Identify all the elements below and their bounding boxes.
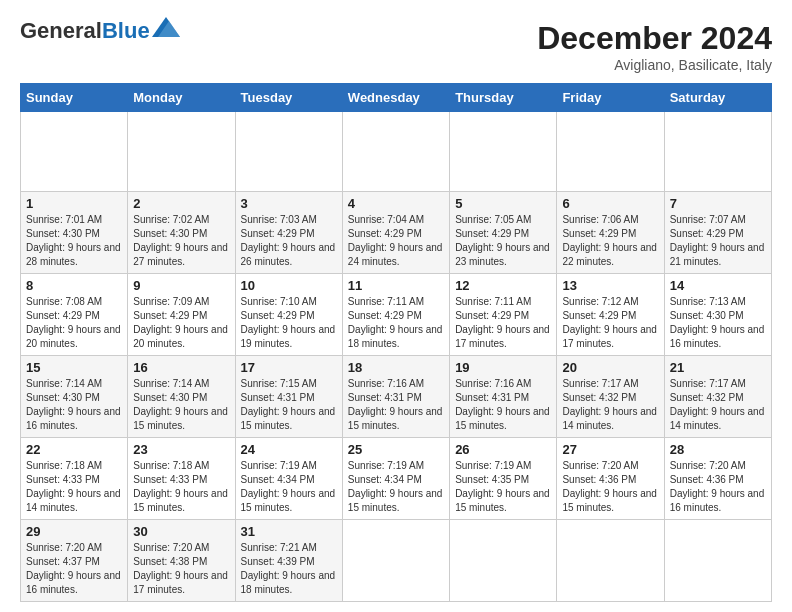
day-info: Sunrise: 7:16 AMSunset: 4:31 PMDaylight:… bbox=[348, 377, 444, 433]
calendar-cell bbox=[557, 112, 664, 192]
calendar-cell: 2Sunrise: 7:02 AMSunset: 4:30 PMDaylight… bbox=[128, 192, 235, 274]
day-info: Sunrise: 7:06 AMSunset: 4:29 PMDaylight:… bbox=[562, 213, 658, 269]
calendar-cell: 4Sunrise: 7:04 AMSunset: 4:29 PMDaylight… bbox=[342, 192, 449, 274]
day-number: 28 bbox=[670, 442, 766, 457]
weekday-header-tuesday: Tuesday bbox=[235, 84, 342, 112]
day-info: Sunrise: 7:01 AMSunset: 4:30 PMDaylight:… bbox=[26, 213, 122, 269]
day-info: Sunrise: 7:18 AMSunset: 4:33 PMDaylight:… bbox=[133, 459, 229, 515]
day-number: 8 bbox=[26, 278, 122, 293]
day-number: 18 bbox=[348, 360, 444, 375]
day-info: Sunrise: 7:19 AMSunset: 4:35 PMDaylight:… bbox=[455, 459, 551, 515]
day-number: 15 bbox=[26, 360, 122, 375]
day-number: 24 bbox=[241, 442, 337, 457]
day-number: 17 bbox=[241, 360, 337, 375]
logo-text: GeneralBlue bbox=[20, 20, 150, 42]
weekday-header-monday: Monday bbox=[128, 84, 235, 112]
calendar-table: SundayMondayTuesdayWednesdayThursdayFrid… bbox=[20, 83, 772, 602]
day-info: Sunrise: 7:16 AMSunset: 4:31 PMDaylight:… bbox=[455, 377, 551, 433]
month-title: December 2024 bbox=[537, 20, 772, 57]
day-number: 9 bbox=[133, 278, 229, 293]
calendar-cell bbox=[21, 112, 128, 192]
day-info: Sunrise: 7:11 AMSunset: 4:29 PMDaylight:… bbox=[348, 295, 444, 351]
day-number: 12 bbox=[455, 278, 551, 293]
weekday-header-row: SundayMondayTuesdayWednesdayThursdayFrid… bbox=[21, 84, 772, 112]
week-row-6: 29Sunrise: 7:20 AMSunset: 4:37 PMDayligh… bbox=[21, 520, 772, 602]
calendar-cell: 26Sunrise: 7:19 AMSunset: 4:35 PMDayligh… bbox=[450, 438, 557, 520]
calendar-cell: 6Sunrise: 7:06 AMSunset: 4:29 PMDaylight… bbox=[557, 192, 664, 274]
calendar-cell: 3Sunrise: 7:03 AMSunset: 4:29 PMDaylight… bbox=[235, 192, 342, 274]
day-number: 14 bbox=[670, 278, 766, 293]
day-number: 11 bbox=[348, 278, 444, 293]
calendar-cell: 27Sunrise: 7:20 AMSunset: 4:36 PMDayligh… bbox=[557, 438, 664, 520]
calendar-cell bbox=[342, 112, 449, 192]
week-row-4: 15Sunrise: 7:14 AMSunset: 4:30 PMDayligh… bbox=[21, 356, 772, 438]
day-info: Sunrise: 7:11 AMSunset: 4:29 PMDaylight:… bbox=[455, 295, 551, 351]
day-info: Sunrise: 7:08 AMSunset: 4:29 PMDaylight:… bbox=[26, 295, 122, 351]
calendar-cell: 20Sunrise: 7:17 AMSunset: 4:32 PMDayligh… bbox=[557, 356, 664, 438]
calendar-cell: 8Sunrise: 7:08 AMSunset: 4:29 PMDaylight… bbox=[21, 274, 128, 356]
weekday-header-sunday: Sunday bbox=[21, 84, 128, 112]
day-number: 25 bbox=[348, 442, 444, 457]
day-number: 20 bbox=[562, 360, 658, 375]
day-number: 13 bbox=[562, 278, 658, 293]
calendar-cell: 16Sunrise: 7:14 AMSunset: 4:30 PMDayligh… bbox=[128, 356, 235, 438]
logo-icon bbox=[152, 17, 180, 37]
week-row-3: 8Sunrise: 7:08 AMSunset: 4:29 PMDaylight… bbox=[21, 274, 772, 356]
week-row-5: 22Sunrise: 7:18 AMSunset: 4:33 PMDayligh… bbox=[21, 438, 772, 520]
calendar-cell: 14Sunrise: 7:13 AMSunset: 4:30 PMDayligh… bbox=[664, 274, 771, 356]
day-info: Sunrise: 7:17 AMSunset: 4:32 PMDaylight:… bbox=[562, 377, 658, 433]
day-info: Sunrise: 7:14 AMSunset: 4:30 PMDaylight:… bbox=[26, 377, 122, 433]
calendar-cell bbox=[235, 112, 342, 192]
calendar-cell bbox=[557, 520, 664, 602]
day-number: 21 bbox=[670, 360, 766, 375]
day-info: Sunrise: 7:19 AMSunset: 4:34 PMDaylight:… bbox=[348, 459, 444, 515]
day-info: Sunrise: 7:12 AMSunset: 4:29 PMDaylight:… bbox=[562, 295, 658, 351]
location-subtitle: Avigliano, Basilicate, Italy bbox=[537, 57, 772, 73]
day-info: Sunrise: 7:15 AMSunset: 4:31 PMDaylight:… bbox=[241, 377, 337, 433]
calendar-cell: 17Sunrise: 7:15 AMSunset: 4:31 PMDayligh… bbox=[235, 356, 342, 438]
day-info: Sunrise: 7:20 AMSunset: 4:36 PMDaylight:… bbox=[670, 459, 766, 515]
day-number: 26 bbox=[455, 442, 551, 457]
day-info: Sunrise: 7:20 AMSunset: 4:36 PMDaylight:… bbox=[562, 459, 658, 515]
day-info: Sunrise: 7:20 AMSunset: 4:38 PMDaylight:… bbox=[133, 541, 229, 597]
calendar-cell: 15Sunrise: 7:14 AMSunset: 4:30 PMDayligh… bbox=[21, 356, 128, 438]
day-info: Sunrise: 7:05 AMSunset: 4:29 PMDaylight:… bbox=[455, 213, 551, 269]
day-info: Sunrise: 7:07 AMSunset: 4:29 PMDaylight:… bbox=[670, 213, 766, 269]
calendar-cell: 12Sunrise: 7:11 AMSunset: 4:29 PMDayligh… bbox=[450, 274, 557, 356]
calendar-cell: 31Sunrise: 7:21 AMSunset: 4:39 PMDayligh… bbox=[235, 520, 342, 602]
calendar-cell: 22Sunrise: 7:18 AMSunset: 4:33 PMDayligh… bbox=[21, 438, 128, 520]
calendar-cell: 9Sunrise: 7:09 AMSunset: 4:29 PMDaylight… bbox=[128, 274, 235, 356]
title-section: December 2024 Avigliano, Basilicate, Ita… bbox=[537, 20, 772, 73]
day-number: 4 bbox=[348, 196, 444, 211]
day-number: 29 bbox=[26, 524, 122, 539]
weekday-header-wednesday: Wednesday bbox=[342, 84, 449, 112]
day-number: 22 bbox=[26, 442, 122, 457]
day-info: Sunrise: 7:20 AMSunset: 4:37 PMDaylight:… bbox=[26, 541, 122, 597]
logo: GeneralBlue bbox=[20, 20, 180, 42]
page-header: GeneralBlue December 2024 Avigliano, Bas… bbox=[20, 20, 772, 73]
day-number: 6 bbox=[562, 196, 658, 211]
day-number: 16 bbox=[133, 360, 229, 375]
calendar-cell bbox=[450, 520, 557, 602]
calendar-cell: 11Sunrise: 7:11 AMSunset: 4:29 PMDayligh… bbox=[342, 274, 449, 356]
calendar-cell bbox=[664, 520, 771, 602]
weekday-header-thursday: Thursday bbox=[450, 84, 557, 112]
weekday-header-saturday: Saturday bbox=[664, 84, 771, 112]
day-number: 3 bbox=[241, 196, 337, 211]
day-info: Sunrise: 7:21 AMSunset: 4:39 PMDaylight:… bbox=[241, 541, 337, 597]
day-info: Sunrise: 7:18 AMSunset: 4:33 PMDaylight:… bbox=[26, 459, 122, 515]
day-number: 7 bbox=[670, 196, 766, 211]
day-number: 2 bbox=[133, 196, 229, 211]
calendar-cell: 24Sunrise: 7:19 AMSunset: 4:34 PMDayligh… bbox=[235, 438, 342, 520]
day-info: Sunrise: 7:17 AMSunset: 4:32 PMDaylight:… bbox=[670, 377, 766, 433]
calendar-cell: 21Sunrise: 7:17 AMSunset: 4:32 PMDayligh… bbox=[664, 356, 771, 438]
calendar-cell: 1Sunrise: 7:01 AMSunset: 4:30 PMDaylight… bbox=[21, 192, 128, 274]
calendar-cell: 30Sunrise: 7:20 AMSunset: 4:38 PMDayligh… bbox=[128, 520, 235, 602]
day-number: 1 bbox=[26, 196, 122, 211]
weekday-header-friday: Friday bbox=[557, 84, 664, 112]
day-number: 23 bbox=[133, 442, 229, 457]
calendar-cell: 7Sunrise: 7:07 AMSunset: 4:29 PMDaylight… bbox=[664, 192, 771, 274]
calendar-cell: 25Sunrise: 7:19 AMSunset: 4:34 PMDayligh… bbox=[342, 438, 449, 520]
logo-general: General bbox=[20, 18, 102, 43]
logo-blue: Blue bbox=[102, 18, 150, 43]
